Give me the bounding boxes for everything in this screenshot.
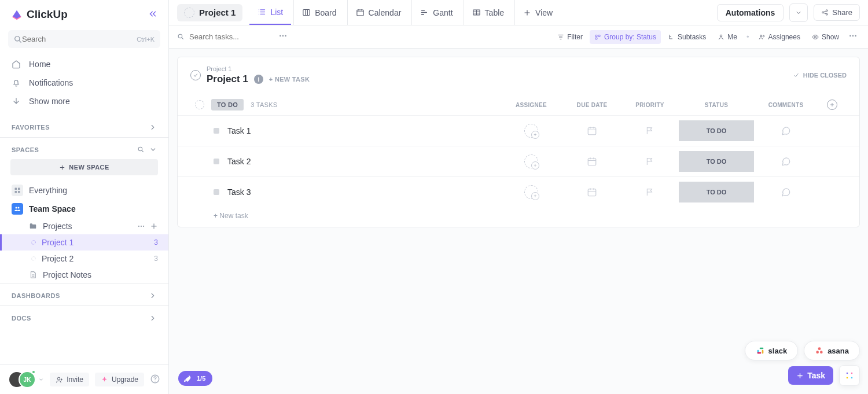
comment-icon: [781, 156, 791, 167]
sidebar-search-input[interactable]: [22, 35, 137, 43]
sidebar-item-project-2[interactable]: Project 2 3: [0, 251, 168, 267]
svg-point-44: [820, 351, 823, 354]
list-breadcrumb: Project 1: [207, 65, 310, 72]
task-name[interactable]: Task 2: [227, 157, 251, 166]
sidebar-item-projects-folder[interactable]: Projects: [0, 218, 168, 234]
nav-show-more[interactable]: Show more: [0, 92, 168, 111]
task-row[interactable]: Task 1 TO DO: [178, 115, 859, 146]
task-name[interactable]: Task 3: [227, 187, 251, 197]
help-button[interactable]: [150, 374, 160, 386]
onboarding-pill[interactable]: 1/5: [178, 371, 212, 386]
col-header-assignee[interactable]: ASSIGNEE: [499, 102, 563, 108]
filter-button[interactable]: Filter: [553, 30, 587, 44]
header-new-task-button[interactable]: + NEW TASK: [269, 76, 310, 83]
apps-fab[interactable]: [839, 365, 860, 386]
subtasks-button[interactable]: Subtasks: [663, 30, 711, 44]
search-icon[interactable]: [137, 146, 145, 153]
integration-slack[interactable]: slack: [745, 341, 799, 360]
task-status-square-icon[interactable]: [214, 189, 219, 195]
search-more-button[interactable]: [276, 29, 290, 45]
due-date-cell[interactable]: [563, 126, 621, 136]
filterbar-more-button[interactable]: [846, 29, 860, 45]
comments-cell[interactable]: [754, 187, 818, 197]
dashboards-header[interactable]: DASHBOARDS: [0, 283, 168, 305]
due-date-cell[interactable]: [563, 187, 621, 197]
add-view-button[interactable]: View: [514, 0, 561, 25]
view-tab-list[interactable]: List: [249, 0, 291, 25]
group-status-badge[interactable]: TO DO: [211, 99, 244, 111]
due-date-cell[interactable]: [563, 156, 621, 167]
new-task-row[interactable]: + New task: [178, 207, 859, 227]
comments-cell[interactable]: [754, 156, 818, 167]
status-cell[interactable]: TO DO: [679, 182, 754, 202]
comments-cell[interactable]: [754, 126, 818, 136]
svg-point-23: [282, 35, 284, 36]
new-space-button[interactable]: NEW SPACE: [10, 159, 158, 175]
favorites-header[interactable]: FAVORITES: [0, 115, 168, 137]
col-header-status[interactable]: STATUS: [679, 102, 754, 108]
sidebar-search[interactable]: Ctrl+K: [8, 30, 160, 48]
col-header-comments[interactable]: COMMENTS: [754, 102, 818, 108]
sidebar-item-project-1[interactable]: Project 1 3: [0, 234, 168, 251]
dots-icon: [278, 31, 288, 40]
search-tasks-input[interactable]: [189, 32, 270, 41]
svg-point-31: [814, 36, 816, 38]
sidebar-item-everything[interactable]: Everything: [0, 181, 168, 200]
logo[interactable]: ClickUp: [10, 8, 68, 21]
create-task-fab[interactable]: Task: [788, 366, 833, 385]
assignee-cell[interactable]: [499, 185, 563, 199]
plus-icon[interactable]: [150, 222, 158, 230]
add-column-button[interactable]: [827, 100, 837, 110]
automations-button[interactable]: Automations: [717, 4, 784, 21]
docs-header[interactable]: DOCS: [0, 305, 168, 328]
show-button[interactable]: Show: [807, 30, 844, 44]
hide-closed-button[interactable]: HIDE CLOSED: [793, 72, 847, 79]
task-name[interactable]: Task 1: [227, 126, 251, 135]
col-header-due-date[interactable]: DUE DATE: [563, 102, 621, 108]
sidebar-item-team-space[interactable]: Team Space: [0, 200, 168, 218]
svg-rect-16: [356, 10, 363, 16]
search-tasks[interactable]: [177, 32, 270, 41]
status-circle-icon[interactable]: [190, 70, 201, 80]
task-row[interactable]: Task 2 TO DO: [178, 146, 859, 176]
priority-cell[interactable]: [621, 126, 679, 135]
project-chip[interactable]: Project 1: [177, 4, 242, 21]
assignee-cell[interactable]: [499, 124, 563, 138]
share-button[interactable]: Share: [814, 4, 860, 21]
automations-dropdown[interactable]: [789, 3, 808, 22]
dots-icon[interactable]: [137, 222, 145, 230]
collapse-circle-icon[interactable]: [195, 100, 204, 109]
nav-notifications[interactable]: Notifications: [0, 73, 168, 92]
status-cell[interactable]: TO DO: [679, 151, 754, 172]
col-header-priority[interactable]: PRIORITY: [621, 102, 679, 108]
invite-button[interactable]: Invite: [50, 373, 89, 386]
filter-bar: Filter Group by: Status Subtasks Me: [169, 25, 868, 49]
integration-asana[interactable]: asana: [804, 341, 860, 360]
view-tab-table[interactable]: Table: [464, 0, 512, 25]
chevron-down-icon[interactable]: [149, 146, 157, 153]
workspace-avatar-stack[interactable]: JK: [8, 371, 31, 388]
collapse-sidebar-button[interactable]: [148, 9, 158, 21]
task-status-square-icon[interactable]: [214, 159, 219, 164]
priority-cell[interactable]: [621, 187, 679, 197]
task-row[interactable]: Task 3 TO DO: [178, 176, 859, 207]
workspace-menu-caret[interactable]: [38, 375, 44, 384]
status-cell[interactable]: TO DO: [679, 120, 754, 141]
assignee-cell[interactable]: [499, 154, 563, 168]
view-tab-gantt[interactable]: Gantt: [411, 0, 461, 25]
view-tab-board[interactable]: Board: [293, 0, 344, 25]
spaces-header[interactable]: SPACES: [0, 137, 168, 159]
group-by-button[interactable]: Group by: Status: [590, 30, 661, 44]
sidebar-item-project-notes[interactable]: Project Notes: [0, 267, 168, 283]
svg-rect-2: [15, 188, 17, 190]
assignees-button[interactable]: Assignees: [754, 30, 805, 44]
info-icon[interactable]: i: [254, 75, 263, 84]
nav-home[interactable]: Home: [0, 55, 168, 73]
list-title[interactable]: Project 1: [207, 73, 248, 85]
me-button[interactable]: Me: [713, 30, 742, 44]
priority-cell[interactable]: [621, 157, 679, 166]
task-status-square-icon[interactable]: [214, 128, 219, 134]
svg-rect-26: [598, 35, 600, 36]
view-tab-calendar[interactable]: Calendar: [347, 0, 410, 25]
upgrade-button[interactable]: Upgrade: [95, 373, 144, 386]
